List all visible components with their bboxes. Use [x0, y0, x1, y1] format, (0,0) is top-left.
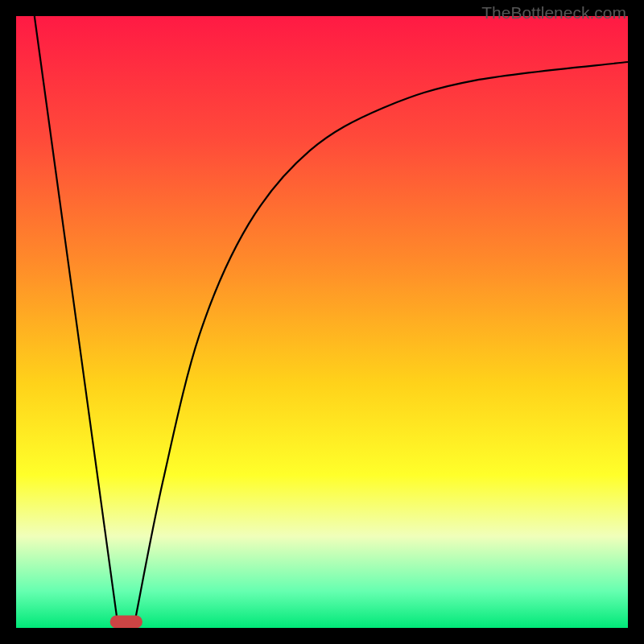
plot-area — [16, 16, 628, 628]
chart-container: TheBottleneck.com — [0, 0, 644, 644]
chart-svg — [16, 16, 628, 628]
gradient-rect — [16, 16, 628, 628]
watermark-text: TheBottleneck.com — [481, 3, 626, 23]
minimum-marker — [110, 615, 142, 628]
